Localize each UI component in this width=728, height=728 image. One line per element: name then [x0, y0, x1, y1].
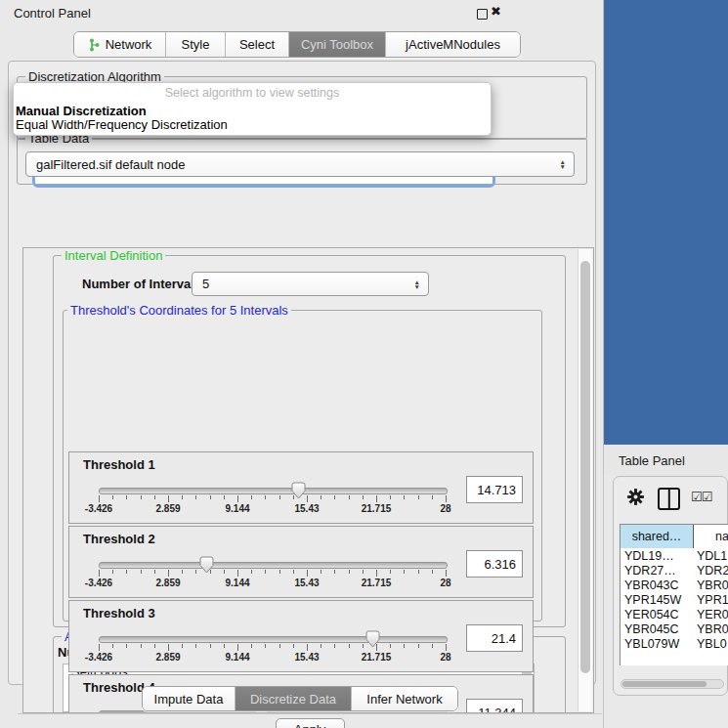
cell-name: YER0 — [697, 608, 728, 622]
cell-shared-name: YBL079W — [624, 637, 679, 650]
slider-track[interactable] — [99, 636, 448, 643]
tick-mark — [237, 495, 238, 502]
tab-discretize-data[interactable]: Discretize Data — [236, 687, 352, 710]
tick-mark — [307, 495, 308, 502]
tab-label: Select — [239, 37, 275, 52]
horizontal-scrollbar[interactable] — [621, 679, 724, 689]
threshold-value-field[interactable]: 11.344 — [466, 699, 523, 713]
cell-shared-name: YBR045C — [624, 622, 679, 637]
apply-button[interactable]: Apply — [276, 718, 345, 728]
table-row[interactable]: YBL079WYBL0 — [621, 637, 728, 650]
scrollbar-thumb[interactable] — [622, 681, 707, 687]
tick-mark — [432, 495, 433, 499]
threshold-value-field[interactable]: 21.4 — [466, 624, 523, 652]
column-divider — [693, 525, 694, 548]
vertical-scrollbar[interactable] — [578, 249, 592, 711]
tick-label: 28 — [440, 652, 450, 663]
tick-mark — [404, 570, 405, 574]
scrollbar-thumb[interactable] — [580, 261, 590, 673]
tick-mark — [265, 495, 266, 499]
table-rows: YDL19…YDL1YDR27…YDR2YBR043CYBR0YPR145WYP… — [621, 549, 728, 650]
close-icon[interactable]: ✖ — [491, 4, 501, 19]
tick-mark — [251, 570, 252, 574]
table-row[interactable]: YDR27…YDR2 — [621, 564, 728, 578]
cell-shared-name: YDR27… — [624, 564, 676, 578]
table-row[interactable]: YBR045CYBR0 — [621, 622, 728, 637]
column-header-shared-name[interactable]: shared… — [621, 525, 693, 548]
tab-select[interactable]: Select — [226, 32, 289, 57]
table-panel: ☑☑ shared… na YDL19…YDL1YDR27…YDR2YBR043… — [613, 476, 728, 696]
tab-label: Network — [106, 37, 152, 52]
tick-mark — [154, 495, 155, 499]
tab-style[interactable]: Style — [166, 32, 226, 57]
tick-mark — [99, 495, 100, 502]
tick-mark — [224, 570, 225, 574]
group-title: Interval Definition — [62, 248, 165, 263]
tab-impute-data[interactable]: Impute Data — [143, 687, 236, 710]
cell-name: YDR2 — [697, 564, 728, 578]
num-intervals-select[interactable]: 5 ▲▼ — [192, 272, 429, 296]
threshold-value-field[interactable]: 6.316 — [466, 550, 523, 578]
tab-network[interactable]: Network — [74, 32, 166, 57]
tick-mark — [99, 570, 100, 577]
tab-label: Impute Data — [154, 692, 224, 707]
tick-mark — [182, 495, 183, 499]
threshold-label: Threshold 1 — [83, 457, 155, 472]
tab-cyni-toolbox[interactable]: Cyni Toolbox — [289, 32, 386, 57]
tick-mark — [363, 570, 364, 574]
slider-thumb[interactable] — [365, 630, 380, 648]
tick-label: 15.43 — [294, 652, 319, 663]
threshold-value-field[interactable]: 14.713 — [466, 476, 523, 503]
tick-mark — [321, 644, 321, 648]
tick-mark — [418, 570, 419, 574]
tick-mark — [390, 495, 391, 499]
tick-mark — [404, 644, 405, 648]
cell-name: YBR0 — [697, 622, 728, 637]
tick-mark — [418, 644, 419, 648]
float-window-icon[interactable] — [477, 9, 488, 20]
tick-mark — [154, 570, 155, 574]
threshold-panel-2: Threshold 2-3.4262.8599.14415.4321.71528… — [68, 526, 534, 598]
algorithm-option-2[interactable]: Equal Width/Frequency Discretization — [16, 117, 228, 132]
tick-mark — [279, 570, 280, 574]
column-header-name[interactable]: na — [694, 525, 728, 548]
tick-mark — [141, 570, 142, 574]
tick-label: 15.43 — [294, 578, 319, 588]
tick-label: 2.859 — [155, 503, 180, 514]
tick-mark — [265, 644, 266, 648]
table-row[interactable]: YBR043CYBR0 — [621, 578, 728, 593]
cell-shared-name: YPR145W — [624, 593, 681, 608]
table-row[interactable]: YER054CYER0 — [621, 608, 728, 622]
tab-label: jActiveMNodules — [406, 37, 500, 52]
tick-mark — [126, 570, 127, 574]
table-row[interactable]: YDL19…YDL1 — [621, 549, 728, 564]
cell-name: YDL1 — [697, 549, 727, 564]
stepper-icon: ▲▼ — [414, 279, 420, 289]
slider-thumb[interactable] — [199, 556, 214, 574]
apply-bar: Apply — [18, 713, 602, 728]
tick-mark — [334, 570, 335, 574]
column-layout-icon[interactable] — [658, 488, 680, 510]
slider-track[interactable] — [99, 562, 448, 569]
table-row[interactable]: YPR145WYPR1 — [621, 593, 728, 608]
tick-mark — [446, 495, 447, 502]
tab-jactivemnodules[interactable]: jActiveMNodules — [386, 32, 520, 57]
gear-icon[interactable] — [625, 487, 646, 507]
node-table[interactable]: shared… na YDL19…YDL1YDR27…YDR2YBR043CYB… — [620, 524, 728, 665]
tick-mark — [195, 495, 196, 499]
table-data-group: Table Data galFiltered.sif default node … — [17, 138, 587, 185]
threshold-panel-3: Threshold 3-3.4262.8599.14415.4321.71528… — [68, 600, 534, 672]
tick-mark — [363, 495, 364, 499]
slider-thumb[interactable] — [291, 482, 306, 499]
table-panel-title: Table Panel — [619, 453, 685, 468]
cell-name: YPR1 — [697, 593, 728, 608]
tab-infer-network[interactable]: Infer Network — [352, 687, 457, 710]
algorithm-option-1[interactable]: Manual Discretization — [16, 104, 147, 118]
threshold-label: Threshold 3 — [83, 606, 155, 621]
slider-track[interactable] — [99, 488, 448, 494]
tick-mark — [112, 570, 113, 574]
table-data-select[interactable]: galFiltered.sif default node ▲▼ — [25, 151, 575, 177]
table-toolbar: ☑☑ — [614, 477, 728, 520]
checkbox-columns-icon[interactable]: ☑☑ — [691, 490, 711, 504]
tick-label: 2.859 — [155, 578, 180, 588]
